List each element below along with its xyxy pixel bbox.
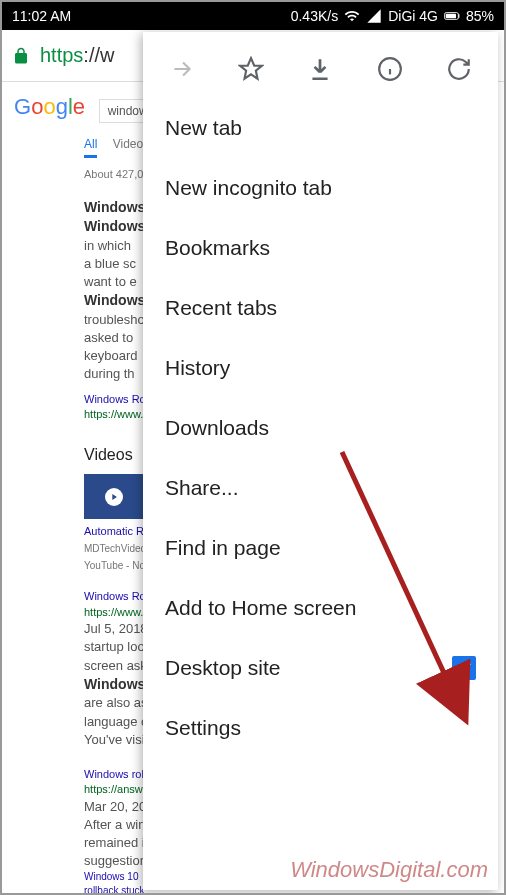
menu-downloads[interactable]: Downloads [143,398,498,458]
forward-button[interactable] [168,55,196,83]
download-button[interactable] [306,55,334,83]
status-time: 11:02 AM [12,8,71,24]
google-logo: Google [14,94,85,120]
status-battery: 85% [466,8,494,24]
menu-settings[interactable]: Settings [143,698,498,758]
svg-rect-2 [458,14,459,17]
menu-add-to-home[interactable]: Add to Home screen [143,578,498,638]
bookmark-star-button[interactable] [237,55,265,83]
menu-icon-row [143,40,498,98]
wifi-icon [344,8,360,24]
status-carrier: DiGi 4G [388,8,438,24]
lock-icon [12,47,30,65]
reload-button[interactable] [445,55,473,83]
signal-icon [366,8,382,24]
menu-find-in-page[interactable]: Find in page [143,518,498,578]
menu-history[interactable]: History [143,338,498,398]
chrome-overflow-menu: New tab New incognito tab Bookmarks Rece… [143,32,498,890]
tab-all[interactable]: All [84,137,97,158]
menu-recent-tabs[interactable]: Recent tabs [143,278,498,338]
menu-new-tab[interactable]: New tab [143,98,498,158]
play-icon [105,488,123,506]
url-text: https://w [40,44,114,67]
menu-share[interactable]: Share... [143,458,498,518]
video-thumbnail[interactable] [84,474,144,519]
battery-icon [444,8,460,24]
svg-rect-1 [446,14,456,19]
desktop-site-checkbox[interactable] [452,656,476,680]
android-status-bar: 11:02 AM 0.43K/s DiGi 4G 85% [2,2,504,30]
status-right-cluster: 0.43K/s DiGi 4G 85% [291,8,494,24]
menu-new-incognito[interactable]: New incognito tab [143,158,498,218]
menu-desktop-site[interactable]: Desktop site [143,638,498,698]
menu-bookmarks[interactable]: Bookmarks [143,218,498,278]
status-speed: 0.43K/s [291,8,338,24]
info-button[interactable] [376,55,404,83]
